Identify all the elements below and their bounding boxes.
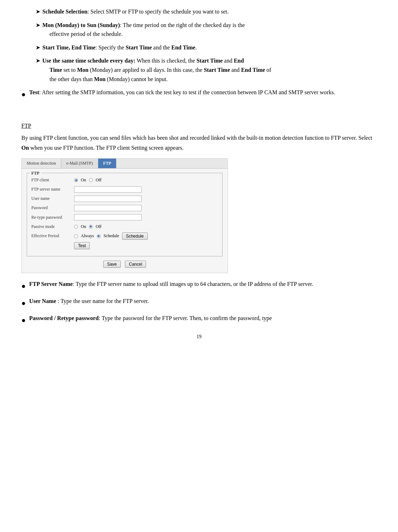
tab-bar: Motion detection e-Mail (SMTP) FTP [22, 159, 227, 169]
ftp-client-off-radio[interactable] [89, 178, 93, 182]
user-name-row: User name [31, 195, 218, 202]
test-button[interactable]: Test [74, 242, 90, 249]
passive-mode-off-label: Off [96, 223, 101, 230]
arrow-continuation: effective period of the schedule. [49, 31, 122, 37]
bullet-symbol: ● [21, 280, 26, 292]
ftp-client-radio-group: On Off [74, 177, 101, 183]
bullet-content: User Name : Type the user name for the F… [29, 297, 377, 306]
arrow-content: Use the same time schedule every day: Wh… [42, 56, 377, 84]
ftp-server-name-label: FTP server name [31, 186, 74, 193]
arrow-line2: Time set to Mon (Monday) are applied to … [49, 67, 271, 73]
ftp-client-row: FTP client On Off [31, 177, 218, 183]
page-number: 19 [21, 333, 377, 341]
passive-mode-row: Passive mode On Off [31, 223, 218, 230]
schedule-button[interactable]: Schedule [122, 233, 148, 240]
bullet-label: Password / Retype password [29, 315, 99, 321]
retype-password-label: Re-type password [31, 214, 74, 221]
bullet-text: : Type the user name for the FTP server. [56, 298, 149, 304]
save-cancel-row: Save Cancel [27, 261, 222, 268]
effective-period-always-radio[interactable] [74, 234, 78, 238]
group-label: FTP [30, 170, 41, 177]
arrow-symbol: ➤ [36, 7, 40, 16]
bullet-text: : After setting the SMTP information, yo… [39, 89, 335, 95]
ftp-server-name-row: FTP server name [31, 186, 218, 193]
passive-mode-on-label: On [81, 223, 86, 230]
password-input[interactable] [74, 205, 142, 211]
ftp-client-label: FTP client [31, 177, 74, 183]
retype-password-input[interactable] [74, 214, 142, 220]
bullet-password: ● Password / Retype password: Type the p… [21, 314, 377, 326]
bullet-user-name: ● User Name : Type the user name for the… [21, 297, 377, 309]
bullet-symbol: ● [21, 314, 26, 326]
cancel-button[interactable]: Cancel [125, 261, 146, 268]
arrow-text: : The time period on the right of the ch… [120, 22, 245, 28]
arrow-schedule-selection: ➤ Schedule Selection: Select SMTP or FTP… [36, 7, 377, 16]
bullet-content: FTP Server Name: Type the FTP server nam… [29, 280, 377, 289]
bullet-label: User Name [29, 298, 56, 304]
ftp-client-off-label: Off [96, 177, 101, 183]
bullet-label: Test [29, 89, 39, 95]
user-name-input[interactable] [74, 196, 142, 202]
bullet-text: : Type the FTP server name to upload sti… [73, 281, 313, 287]
passive-mode-label: Passive mode [31, 223, 74, 230]
arrow-content: Start Time, End Time: Specify the Start … [42, 43, 377, 52]
retype-password-row: Re-type password [31, 214, 218, 221]
password-label: Password [31, 204, 74, 211]
arrow-content: Schedule Selection: Select SMTP or FTP t… [42, 7, 377, 16]
test-button-row: Test [74, 242, 218, 249]
arrow-label: Use the same time schedule every day: [42, 58, 135, 64]
arrow-text: When this is checked, the Start Time and… [135, 58, 244, 64]
arrow-label: Start Time, End Time [42, 44, 95, 50]
arrow-start-end-time: ➤ Start Time, End Time: Specify the Star… [36, 43, 377, 52]
effective-period-row: Effective Period Always Schedule Schedul… [31, 233, 218, 240]
arrow-symbol: ➤ [36, 56, 40, 84]
ftp-screenshot: Motion detection e-Mail (SMTP) FTP FTP F… [21, 158, 228, 273]
arrow-label: Mon (Monday) to Sun (Sunday) [42, 22, 120, 28]
bullet-symbol: ● [21, 297, 26, 309]
user-name-label: User name [31, 195, 74, 202]
arrow-text: : Specify the Start Time and the End Tim… [95, 44, 197, 50]
passive-mode-on-radio[interactable] [74, 225, 78, 229]
tab-ftp[interactable]: FTP [98, 159, 117, 168]
tab-email-smtp[interactable]: e-Mail (SMTP) [61, 159, 98, 168]
passive-mode-off-radio[interactable] [89, 225, 93, 229]
arrow-line3: the other days than Mon (Monday) cannot … [49, 76, 168, 82]
arrow-symbol: ➤ [36, 21, 40, 39]
effective-period-radio-group: Always Schedule Schedule [74, 233, 148, 240]
ftp-heading: FTP [21, 121, 377, 131]
ftp-client-on-radio[interactable] [74, 178, 78, 182]
arrow-mon-sun: ➤ Mon (Monday) to Sun (Sunday): The time… [36, 21, 377, 39]
bullet-content: Password / Retype password: Type the pas… [29, 314, 377, 323]
arrow-same-time: ➤ Use the same time schedule every day: … [36, 56, 377, 84]
ftp-server-name-input[interactable] [74, 186, 142, 193]
passive-mode-radio-group: On Off [74, 223, 101, 230]
bullet-label: FTP Server Name [29, 281, 73, 287]
ftp-intro: By using FTP client function, you can se… [21, 133, 377, 152]
arrow-content: Mon (Monday) to Sun (Sunday): The time p… [42, 21, 377, 39]
screenshot-body: FTP FTP client On Off FTP server name Us… [22, 169, 227, 273]
ftp-group-box: FTP FTP client On Off FTP server name Us… [27, 173, 222, 256]
effective-period-always-label: Always [81, 233, 94, 239]
arrow-label: Schedule Selection [42, 9, 88, 15]
password-row: Password [31, 204, 218, 211]
bullet-ftp-server-name: ● FTP Server Name: Type the FTP server n… [21, 280, 377, 292]
effective-period-label: Effective Period [31, 233, 74, 239]
effective-period-schedule-radio[interactable] [97, 234, 101, 238]
effective-period-schedule-label: Schedule [104, 233, 119, 239]
arrow-text: : Select SMTP or FTP to specify the sche… [88, 9, 229, 15]
tab-motion-detection[interactable]: Motion detection [22, 159, 61, 168]
bullet-text: : Type the password for the FTP server. … [99, 315, 272, 321]
bullet-symbol: ● [21, 89, 26, 100]
bullet-content: Test: After setting the SMTP information… [29, 88, 377, 97]
arrow-symbol: ➤ [36, 43, 40, 52]
save-button[interactable]: Save [103, 261, 121, 268]
bullet-test: ● Test: After setting the SMTP informati… [21, 88, 377, 100]
ftp-client-on-label: On [81, 177, 86, 183]
